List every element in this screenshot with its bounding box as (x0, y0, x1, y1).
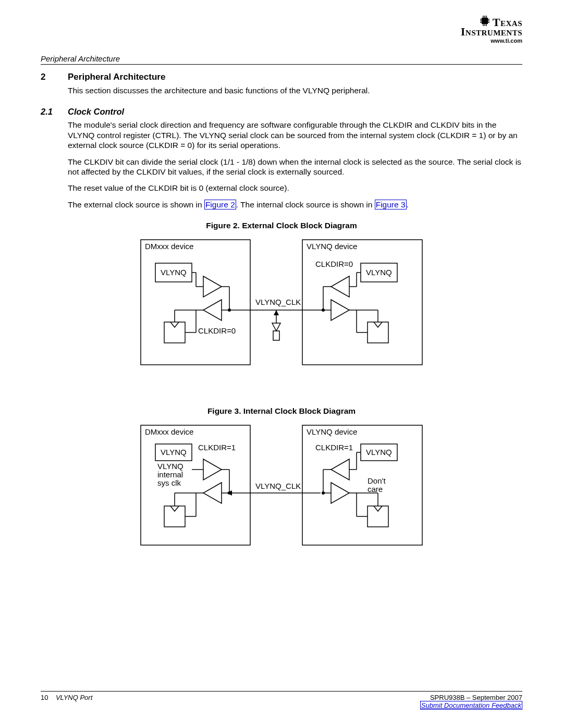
svg-marker-50 (272, 323, 280, 331)
fig3-left-clkdir: CLKDIR=1 (198, 443, 236, 452)
svg-marker-57 (203, 483, 222, 503)
svg-marker-70 (331, 459, 349, 480)
link-figure-2[interactable]: Figure 2 (204, 200, 236, 209)
para-4c: . (407, 200, 409, 209)
para-4b: . The internal clock source is shown in (236, 200, 375, 209)
svg-point-83 (322, 491, 325, 495)
para-4: The external clock source is shown in Fi… (68, 200, 522, 209)
svg-rect-30 (302, 240, 422, 365)
page-footer: 10 VLYNQ Port SPRU938B – September 2007 … (41, 691, 522, 709)
fig2-signal: VLYNQ_CLK (255, 298, 301, 306)
svg-rect-51 (273, 331, 279, 340)
fig2-right-module: VLYNQ (366, 268, 392, 277)
fig2-right-clkdir: CLKDIR=0 (315, 260, 353, 268)
figure-3-caption: Figure 3. Internal Clock Block Diagram (41, 406, 522, 416)
fig3-right-device: VLYNQ device (307, 427, 357, 436)
svg-marker-37 (331, 300, 349, 320)
para-1: The module's serial clock direction and … (68, 120, 522, 150)
link-figure-3[interactable]: Figure 3 (375, 200, 407, 209)
fig2-left-device: DMxxx device (145, 242, 193, 251)
svg-marker-20 (203, 300, 222, 320)
brand-instruments: Instruments (461, 27, 522, 36)
footer-docid: SPRU938B – September 2007 (420, 694, 522, 701)
fig3-left-src3: sys clk (157, 478, 181, 487)
svg-marker-49 (274, 310, 279, 315)
footer-page-number: 10 (41, 694, 48, 701)
link-submit-feedback[interactable]: Submit Documentation Feedback (420, 701, 522, 710)
fig3-right-clkdir: CLKDIR=1 (315, 443, 353, 452)
fig3-signal: VLYNQ_CLK (255, 482, 301, 490)
section-2-1-heading: 2.1 Clock Control (41, 107, 522, 117)
section-title: Peripheral Architecture (68, 72, 165, 82)
figure-2-diagram: DMxxx device VLYNQ CLKDIR=0 (41, 235, 522, 370)
figure-3-diagram: DMxxx device VLYNQ VLYNQ internal sys cl… (41, 420, 522, 550)
svg-rect-54 (164, 506, 185, 527)
svg-rect-69 (368, 506, 388, 527)
footer-title: VLYNQ Port (56, 694, 92, 701)
fig3-left-src1: VLYNQ (157, 462, 183, 471)
fig2-left-module: VLYNQ (161, 268, 187, 277)
section-number: 2 (41, 72, 68, 82)
running-head: Peripheral Architecture (41, 54, 522, 65)
svg-marker-16 (203, 276, 222, 297)
fig2-right-device: VLYNQ device (307, 242, 357, 251)
page-header: Texas Instruments www.ti.com (41, 16, 522, 52)
fig2-left-clkdir: CLKDIR=0 (198, 326, 236, 335)
brand-url: www.ti.com (461, 38, 522, 44)
fig3-right-note1: Don't (368, 476, 386, 485)
section-2-intro: This section discusses the architecture … (68, 85, 522, 95)
figure-2-caption: Figure 2. External Clock Block Diagram (41, 221, 522, 230)
ti-logo: Texas Instruments www.ti.com (461, 16, 522, 44)
svg-rect-13 (141, 240, 250, 365)
svg-rect-15 (164, 322, 185, 343)
svg-rect-32 (368, 322, 388, 343)
fig3-right-module: VLYNQ (366, 448, 392, 456)
para-3: The reset value of the CLKDIR bit is 0 (… (68, 183, 522, 193)
svg-marker-33 (331, 276, 349, 297)
svg-rect-0 (482, 18, 488, 24)
fig3-left-device: DMxxx device (145, 427, 193, 436)
fig3-left-src2: internal (157, 470, 183, 479)
para-4a: The external clock source is shown in (68, 200, 204, 209)
svg-marker-55 (203, 459, 222, 480)
para-2: The CLKDIV bit can divide the serial clo… (68, 157, 522, 177)
section-2-heading: 2 Peripheral Architecture (41, 72, 522, 82)
fig3-right-note2: care (368, 485, 383, 493)
svg-marker-74 (331, 483, 349, 503)
fig3-left-module: VLYNQ (161, 448, 187, 456)
subsection-number: 2.1 (41, 107, 68, 117)
subsection-title: Clock Control (68, 107, 124, 117)
